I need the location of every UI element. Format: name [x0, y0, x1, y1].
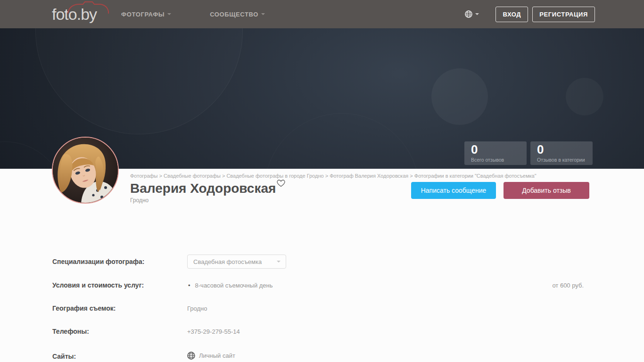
camera-outline-icon	[67, 1, 110, 14]
site-logo[interactable]: foto.by	[52, 0, 97, 28]
field-label: Телефоны:	[52, 325, 187, 335]
main-nav: ФОТОГРАФЫ СООБЩЕСТВО	[121, 11, 304, 18]
language-selector[interactable]	[465, 10, 479, 18]
globe-icon	[187, 352, 195, 360]
nav-item-community[interactable]: СООБЩЕСТВО	[210, 11, 265, 18]
page-title: Валерия Ходоровская	[130, 181, 276, 196]
globe-icon	[465, 10, 472, 18]
field-label: Сайты:	[52, 350, 187, 360]
row-specializations: Специализации фотографа: Свадебная фотос…	[52, 255, 592, 269]
stat-total-reviews: 0 Всего отзывов	[464, 141, 527, 165]
bokeh-circle	[431, 68, 488, 125]
stat-value: 0	[537, 142, 593, 156]
add-review-button[interactable]: Добавить отзыв	[504, 182, 589, 199]
breadcrumb-link[interactable]: Свадебные фотографы	[164, 173, 226, 179]
stat-value: 0	[471, 142, 527, 156]
chevron-down-icon	[261, 13, 265, 15]
stat-label: Всего отзывов	[471, 157, 527, 163]
row-geography: География съемок: Гродно	[52, 302, 592, 311]
personal-site-link[interactable]: Личный сайт	[187, 350, 235, 360]
breadcrumb-current: Фотографии в категории "Свадебная фотосъ…	[414, 173, 537, 179]
send-message-button[interactable]: Написать сообщение	[411, 182, 496, 199]
chevron-down-icon	[167, 13, 171, 15]
pricing-item: 8-часовой съемочный день	[195, 279, 273, 289]
avatar	[52, 137, 119, 204]
field-label: География съемок:	[52, 302, 187, 312]
row-pricing: Условия и стоимость услуг: • 8-часовой с…	[52, 279, 592, 288]
pricing-value: от 600 руб.	[552, 282, 584, 289]
chevron-down-icon	[277, 261, 281, 263]
profile-details: Специализации фотографа: Свадебная фотос…	[52, 204, 592, 362]
breadcrumb-link[interactable]: Свадебные фотографы в городе Гродно	[226, 173, 330, 179]
favorite-button[interactable]	[277, 180, 285, 189]
geography-value: Гродно	[187, 302, 207, 312]
nav-item-label: ФОТОГРАФЫ	[121, 11, 165, 18]
selected-option: Свадебная фотосъемка	[193, 258, 262, 265]
field-label: Специализации фотографа:	[52, 255, 187, 265]
nav-item-photographers[interactable]: ФОТОГРАФЫ	[121, 11, 171, 18]
breadcrumb-link[interactable]: Фотограф Валерия Ходоровская	[330, 173, 414, 179]
avatar-portrait	[53, 138, 118, 203]
row-phones: Телефоны: +375-29-279-55-14	[52, 325, 592, 334]
row-sites: Сайты: Личный сайт	[52, 350, 592, 359]
phone-number: +375-29-279-55-14	[187, 325, 240, 335]
stat-label: Отзывов в категории	[537, 157, 593, 163]
profile-actions: Написать сообщение Добавить отзыв	[411, 182, 589, 199]
breadcrumb-link[interactable]: Фотографы	[130, 173, 164, 179]
breadcrumb: ФотографыСвадебные фотографыСвадебные фо…	[130, 173, 592, 179]
login-button[interactable]: ВХОД	[495, 7, 528, 22]
heart-outline-icon	[277, 180, 285, 187]
site-link-label: Личный сайт	[199, 352, 235, 359]
stat-category-reviews: 0 Отзывов в категории	[530, 141, 593, 165]
bokeh-circle	[566, 78, 603, 115]
bullet-icon: •	[188, 282, 190, 289]
specialization-select[interactable]: Свадебная фотосъемка	[187, 255, 286, 269]
review-stats: 0 Всего отзывов 0 Отзывов в категории	[464, 141, 596, 165]
register-button[interactable]: РЕГИСТРАЦИЯ	[532, 7, 595, 22]
navbar-right: ВХОД РЕГИСТРАЦИЯ	[465, 7, 595, 22]
field-label: Условия и стоимость услуг:	[52, 279, 187, 289]
nav-item-label: СООБЩЕСТВО	[210, 11, 258, 18]
top-navbar: foto.by ФОТОГРАФЫ СООБЩЕСТВО ВХОД РЕГИСТ…	[0, 0, 644, 28]
chevron-down-icon	[475, 13, 479, 15]
